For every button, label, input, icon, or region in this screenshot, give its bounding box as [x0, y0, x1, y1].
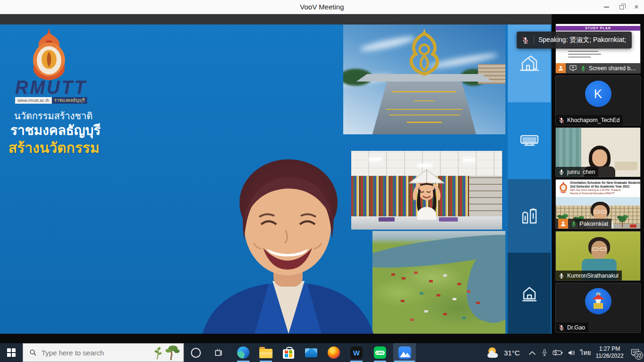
- clock-time: 1:27 PM: [599, 346, 620, 353]
- inscription-line: [389, 115, 460, 115]
- inscription-line: [386, 109, 463, 110]
- avatar-initial: K: [594, 87, 602, 101]
- participant-tile-khochaporn[interactable]: K Khochaporn_TechEd: [555, 75, 641, 125]
- strip-band-3: [508, 179, 551, 253]
- red-car: [630, 224, 636, 228]
- doc-text-line: [568, 51, 598, 52]
- rmutt-web-row: www.rmutt.ac.th ราชมงคลธัญบุรี: [15, 97, 87, 104]
- mic-active-icon: [580, 65, 586, 72]
- doc-text-line: [568, 54, 601, 55]
- participants-sidebar: STUDY PLAN: [552, 14, 644, 343]
- pagoda-icon: [590, 292, 606, 311]
- towers-icon: [519, 206, 540, 226]
- ceiling-light: [463, 159, 474, 161]
- weather-temp: 31°C: [504, 349, 520, 357]
- participant-label: Khochaporn_TechEd: [556, 115, 623, 125]
- presenter-avatar-icon: [558, 219, 568, 229]
- presenter-avatar-icon: [556, 63, 566, 73]
- battery-charging-icon: [553, 349, 563, 356]
- microsoft-store-app-button[interactable]: [277, 343, 300, 362]
- screen-share-icon: [568, 63, 578, 73]
- notification-badge: 22: [635, 351, 643, 360]
- file-explorer-icon: [259, 349, 272, 358]
- mic-on-icon: [558, 169, 565, 175]
- gold-royal-emblem: [402, 29, 447, 81]
- clock-date: 11/26/2022: [595, 353, 623, 360]
- house-icon: [519, 284, 540, 303]
- task-view-icon: [214, 348, 223, 357]
- minimize-button[interactable]: [599, 0, 614, 14]
- line-app-button[interactable]: LINE: [369, 343, 391, 362]
- firefox-app-button[interactable]: [322, 343, 345, 362]
- line-icon: LINE: [374, 346, 386, 359]
- campus-roofs: [391, 273, 395, 276]
- pedestal: [372, 82, 476, 134]
- voov-icon: [398, 346, 411, 359]
- campus-icons-strip: [508, 25, 551, 334]
- search-input[interactable]: [41, 349, 140, 357]
- participant-tile-junru[interactable]: junru chen: [555, 127, 641, 177]
- sofa: [615, 162, 637, 170]
- window-title: VooV Meeting: [0, 0, 644, 14]
- strip-band-2: [508, 102, 551, 179]
- rmutt-logo-text: RMUTT: [15, 77, 87, 98]
- search-decoration-bonsai-icon: [152, 345, 181, 361]
- firefox-icon: [328, 346, 340, 359]
- rmutt-crest-icon: [27, 28, 71, 81]
- mail-icon: [305, 348, 317, 357]
- banner-line-4: Faculty of Technical Education,RMUTT: [570, 192, 639, 195]
- tray-overflow-button[interactable]: [526, 343, 538, 362]
- webex-app-button[interactable]: W: [345, 343, 368, 362]
- pagoda-avatar: [585, 288, 611, 314]
- start-button[interactable]: [0, 343, 23, 362]
- participant-name: Dr.Gao: [567, 324, 585, 331]
- tray-mic-button[interactable]: [538, 343, 551, 362]
- speaker-icon: [568, 349, 576, 356]
- file-explorer-app-button[interactable]: [255, 343, 277, 362]
- meeting-top-strip: [0, 14, 552, 25]
- rmutt-url: www.rmutt.ac.th: [15, 97, 52, 104]
- doc-text-line: [568, 57, 591, 58]
- taskbar-clock[interactable]: 1:27 PM 11/26/2022: [593, 343, 626, 362]
- cortana-button[interactable]: [185, 343, 206, 362]
- voov-app-button-active[interactable]: [393, 343, 416, 362]
- chevron-up-icon: [529, 351, 536, 355]
- participant-tile-kumron[interactable]: KumronSirathanakul: [555, 231, 641, 281]
- participant-label: Screen shared by P...: [556, 63, 640, 73]
- school-building-icon: [519, 54, 540, 73]
- restore-button[interactable]: [614, 0, 629, 14]
- language-indicator[interactable]: ไทย: [578, 343, 593, 362]
- task-view-button[interactable]: [207, 343, 229, 362]
- speaking-text: Speaking: 贤淑文; Pakornkiat;: [538, 36, 626, 44]
- banner-line-1: Orientation Schedule for New Graduate St…: [570, 181, 639, 185]
- inscription-line: [407, 122, 442, 123]
- main-speaker-video[interactable]: RMUTT www.rmutt.ac.th ราชมงคลธัญบุรี นวั…: [0, 25, 552, 334]
- participant-tile-drgao[interactable]: Dr.Gao: [555, 283, 641, 333]
- cortana-icon: [191, 348, 201, 358]
- participant-tile-pakornkiat[interactable]: Orientation Schedule for New Graduate St…: [555, 179, 641, 229]
- speaker-portrait: [198, 146, 377, 334]
- action-center-button[interactable]: 22: [626, 343, 644, 362]
- taskbar-search[interactable]: [23, 343, 184, 362]
- participant-name: Screen shared by P...: [589, 65, 637, 72]
- weather-widget[interactable]: 31°C: [485, 343, 523, 362]
- banner-line-3: 26th July 2022 starting at 1:00 PM, Thai…: [570, 189, 639, 192]
- mic-muted-icon: [521, 36, 529, 44]
- speaking-indicator-banner: Speaking: 贤淑文; Pakornkiat;: [517, 32, 632, 49]
- banner-divider: [534, 36, 534, 44]
- close-button[interactable]: ×: [629, 0, 644, 14]
- tray-volume-button[interactable]: [565, 343, 578, 362]
- mail-app-button[interactable]: [300, 343, 322, 362]
- meeting-main-area: RMUTT www.rmutt.ac.th ราชมงคลธัญบุรี นวั…: [0, 14, 552, 343]
- participant-tile-screen-share[interactable]: STUDY PLAN: [555, 24, 641, 74]
- windows-logo-icon: [7, 348, 16, 357]
- language-label: ไทย: [580, 348, 591, 358]
- restore-icon: [619, 5, 624, 9]
- edge-app-button[interactable]: [232, 343, 255, 362]
- initial-avatar: K: [585, 81, 611, 107]
- participant-label: KumronSirathanakul: [556, 271, 622, 280]
- tray-battery-button[interactable]: [551, 343, 565, 362]
- participant-name: junru chen: [567, 169, 595, 175]
- banner-line-2: 2nd Semester of the Academic Year 2022: [570, 185, 639, 189]
- search-icon: [29, 349, 37, 356]
